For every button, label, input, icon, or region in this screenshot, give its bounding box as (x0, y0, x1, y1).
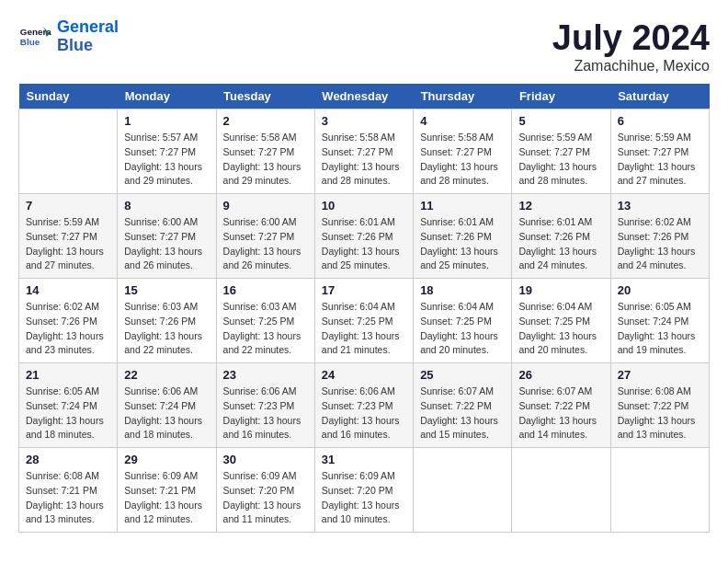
calendar-cell: 21Sunrise: 6:05 AM Sunset: 7:24 PM Dayli… (19, 363, 118, 448)
day-number: 8 (124, 199, 209, 213)
day-number: 28 (26, 453, 110, 466)
calendar-cell: 15Sunrise: 6:03 AM Sunset: 7:26 PM Dayli… (118, 279, 216, 363)
day-number: 13 (618, 199, 702, 213)
calendar-week-row: 21Sunrise: 6:05 AM Sunset: 7:24 PM Dayli… (19, 363, 710, 448)
day-number: 1 (124, 114, 209, 128)
day-detail: Sunrise: 6:03 AM Sunset: 7:25 PM Dayligh… (223, 300, 308, 358)
day-detail: Sunrise: 5:58 AM Sunset: 7:27 PM Dayligh… (420, 131, 505, 189)
svg-text:Blue: Blue (20, 37, 40, 47)
calendar-cell (414, 448, 512, 533)
header-monday: Monday (118, 84, 216, 109)
day-detail: Sunrise: 6:07 AM Sunset: 7:22 PM Dayligh… (518, 385, 603, 442)
calendar-cell: 28Sunrise: 6:08 AM Sunset: 7:21 PM Dayli… (19, 448, 118, 533)
day-detail: Sunrise: 6:09 AM Sunset: 7:20 PM Dayligh… (223, 469, 308, 527)
calendar-cell: 19Sunrise: 6:04 AM Sunset: 7:25 PM Dayli… (512, 279, 610, 363)
day-number: 19 (518, 283, 603, 297)
day-detail: Sunrise: 6:08 AM Sunset: 7:22 PM Dayligh… (618, 385, 702, 442)
calendar-cell: 7Sunrise: 5:59 AM Sunset: 7:27 PM Daylig… (19, 194, 118, 279)
day-detail: Sunrise: 6:01 AM Sunset: 7:26 PM Dayligh… (322, 215, 406, 273)
logo-icon: General Blue (18, 20, 51, 53)
day-detail: Sunrise: 6:02 AM Sunset: 7:26 PM Dayligh… (26, 300, 110, 358)
header-thursday: Thursday (414, 84, 512, 109)
header-sunday: Sunday (19, 84, 118, 109)
calendar-cell (19, 109, 118, 194)
calendar-cell: 9Sunrise: 6:00 AM Sunset: 7:27 PM Daylig… (216, 194, 314, 279)
calendar-cell: 29Sunrise: 6:09 AM Sunset: 7:21 PM Dayli… (118, 448, 216, 533)
day-number: 6 (618, 114, 702, 128)
day-number: 4 (420, 114, 505, 128)
logo-blue: Blue (57, 36, 93, 54)
logo-general: General (57, 17, 119, 36)
day-number: 3 (322, 114, 406, 128)
calendar-week-row: 7Sunrise: 5:59 AM Sunset: 7:27 PM Daylig… (19, 194, 710, 279)
title-block: July 2024 Zamachihue, Mexico (552, 18, 710, 75)
calendar-cell: 6Sunrise: 5:59 AM Sunset: 7:27 PM Daylig… (610, 109, 709, 194)
calendar-cell: 5Sunrise: 5:59 AM Sunset: 7:27 PM Daylig… (512, 109, 610, 194)
calendar-cell: 3Sunrise: 5:58 AM Sunset: 7:27 PM Daylig… (314, 109, 413, 194)
logo: General Blue General Blue (18, 18, 119, 55)
logo-text: General Blue (57, 18, 119, 55)
day-detail: Sunrise: 6:04 AM Sunset: 7:25 PM Dayligh… (322, 300, 406, 358)
day-detail: Sunrise: 6:09 AM Sunset: 7:21 PM Dayligh… (124, 469, 209, 527)
day-detail: Sunrise: 5:58 AM Sunset: 7:27 PM Dayligh… (322, 131, 406, 189)
page-subtitle: Zamachihue, Mexico (552, 58, 710, 75)
calendar-cell: 18Sunrise: 6:04 AM Sunset: 7:25 PM Dayli… (414, 279, 512, 363)
calendar-cell: 4Sunrise: 5:58 AM Sunset: 7:27 PM Daylig… (414, 109, 512, 194)
day-number: 30 (223, 453, 308, 466)
day-detail: Sunrise: 6:08 AM Sunset: 7:21 PM Dayligh… (26, 469, 110, 527)
day-number: 27 (618, 368, 702, 382)
day-number: 14 (26, 283, 110, 297)
calendar-cell: 17Sunrise: 6:04 AM Sunset: 7:25 PM Dayli… (314, 279, 413, 363)
calendar-cell: 26Sunrise: 6:07 AM Sunset: 7:22 PM Dayli… (512, 363, 610, 448)
day-number: 25 (420, 368, 505, 382)
day-number: 12 (518, 199, 603, 213)
day-number: 11 (420, 199, 505, 213)
calendar-cell: 30Sunrise: 6:09 AM Sunset: 7:20 PM Dayli… (216, 448, 314, 533)
day-detail: Sunrise: 6:03 AM Sunset: 7:26 PM Dayligh… (124, 300, 209, 358)
day-number: 29 (124, 453, 209, 466)
calendar-week-row: 14Sunrise: 6:02 AM Sunset: 7:26 PM Dayli… (19, 279, 710, 363)
day-number: 22 (124, 368, 209, 382)
calendar-cell: 20Sunrise: 6:05 AM Sunset: 7:24 PM Dayli… (610, 279, 709, 363)
calendar-table: SundayMondayTuesdayWednesdayThursdayFrid… (18, 84, 710, 533)
calendar-cell: 16Sunrise: 6:03 AM Sunset: 7:25 PM Dayli… (216, 279, 314, 363)
day-detail: Sunrise: 6:07 AM Sunset: 7:22 PM Dayligh… (420, 385, 505, 442)
header-tuesday: Tuesday (216, 84, 314, 109)
calendar-cell: 12Sunrise: 6:01 AM Sunset: 7:26 PM Dayli… (512, 194, 610, 279)
day-number: 31 (322, 453, 406, 466)
day-detail: Sunrise: 5:59 AM Sunset: 7:27 PM Dayligh… (26, 215, 110, 273)
day-number: 18 (420, 283, 505, 297)
day-detail: Sunrise: 6:01 AM Sunset: 7:26 PM Dayligh… (518, 215, 603, 273)
day-detail: Sunrise: 6:00 AM Sunset: 7:27 PM Dayligh… (223, 215, 308, 273)
calendar-cell: 13Sunrise: 6:02 AM Sunset: 7:26 PM Dayli… (610, 194, 709, 279)
day-detail: Sunrise: 5:58 AM Sunset: 7:27 PM Dayligh… (223, 131, 308, 189)
header-saturday: Saturday (610, 84, 709, 109)
calendar-cell: 2Sunrise: 5:58 AM Sunset: 7:27 PM Daylig… (216, 109, 314, 194)
calendar-cell: 25Sunrise: 6:07 AM Sunset: 7:22 PM Dayli… (414, 363, 512, 448)
day-number: 10 (322, 199, 406, 213)
calendar-cell: 22Sunrise: 6:06 AM Sunset: 7:24 PM Dayli… (118, 363, 216, 448)
day-number: 17 (322, 283, 406, 297)
calendar-cell: 14Sunrise: 6:02 AM Sunset: 7:26 PM Dayli… (19, 279, 118, 363)
day-detail: Sunrise: 6:09 AM Sunset: 7:20 PM Dayligh… (322, 469, 406, 527)
day-detail: Sunrise: 6:05 AM Sunset: 7:24 PM Dayligh… (618, 300, 702, 358)
day-detail: Sunrise: 6:06 AM Sunset: 7:24 PM Dayligh… (124, 385, 209, 442)
day-detail: Sunrise: 6:04 AM Sunset: 7:25 PM Dayligh… (420, 300, 505, 358)
day-detail: Sunrise: 5:59 AM Sunset: 7:27 PM Dayligh… (618, 131, 702, 189)
calendar-cell: 27Sunrise: 6:08 AM Sunset: 7:22 PM Dayli… (610, 363, 709, 448)
calendar-cell: 24Sunrise: 6:06 AM Sunset: 7:23 PM Dayli… (314, 363, 413, 448)
calendar-week-row: 1Sunrise: 5:57 AM Sunset: 7:27 PM Daylig… (19, 109, 710, 194)
calendar-header-row: SundayMondayTuesdayWednesdayThursdayFrid… (19, 84, 710, 109)
day-detail: Sunrise: 6:01 AM Sunset: 7:26 PM Dayligh… (420, 215, 505, 273)
header-friday: Friday (512, 84, 610, 109)
day-number: 9 (223, 199, 308, 213)
calendar-cell (512, 448, 610, 533)
day-detail: Sunrise: 6:02 AM Sunset: 7:26 PM Dayligh… (618, 215, 702, 273)
day-detail: Sunrise: 5:57 AM Sunset: 7:27 PM Dayligh… (124, 131, 209, 189)
day-number: 23 (223, 368, 308, 382)
day-detail: Sunrise: 6:05 AM Sunset: 7:24 PM Dayligh… (26, 385, 110, 442)
day-number: 2 (223, 114, 308, 128)
header-wednesday: Wednesday (314, 84, 413, 109)
calendar-cell: 31Sunrise: 6:09 AM Sunset: 7:20 PM Dayli… (314, 448, 413, 533)
day-number: 26 (518, 368, 603, 382)
